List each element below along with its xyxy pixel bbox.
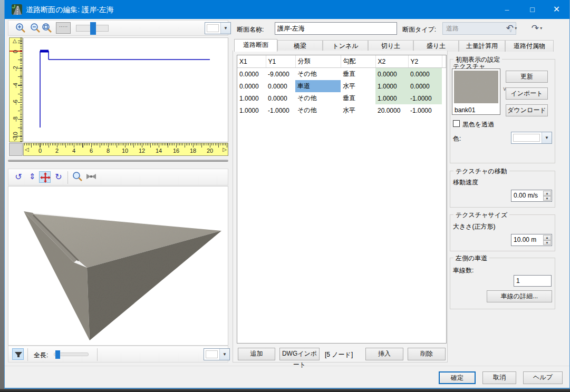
- cell-x1[interactable]: 1.0000: [237, 92, 266, 104]
- spin-down-icon[interactable]: ▼: [543, 240, 551, 246]
- tab-cut[interactable]: 切り土: [368, 40, 413, 52]
- profile-bg-color-combo[interactable]: ▼: [205, 22, 231, 34]
- col-header-x1[interactable]: X1: [237, 55, 266, 68]
- table-row[interactable]: 1.0000 -1.0000 その他 水平 20.0000 -1.0000: [237, 104, 446, 116]
- add-button[interactable]: 追加: [238, 348, 275, 360]
- cell-x2[interactable]: 20.0000: [375, 104, 408, 116]
- table-row[interactable]: 1.0000 0.0000 その他 垂直 1.0000 -1.0000: [237, 92, 446, 104]
- length-slider-track[interactable]: [54, 352, 89, 356]
- minimize-button[interactable]: –: [495, 0, 519, 19]
- zoom-in-button[interactable]: [15, 22, 26, 34]
- col-header-y2[interactable]: Y2: [408, 55, 442, 68]
- maximize-button[interactable]: □: [520, 0, 544, 19]
- tab-earthwork[interactable]: 土量計算用: [459, 40, 505, 52]
- rotate-horizontal-button[interactable]: ↺: [13, 172, 24, 183]
- col-header-y1[interactable]: Y1: [266, 55, 295, 68]
- horizontal-ruler[interactable]: ◁ 0 2 4 6 8 10 12 14 16 18 20 ▷: [23, 143, 228, 156]
- cell-y1[interactable]: -9.0000: [266, 68, 295, 81]
- segment-table[interactable]: X1 Y1 分類 勾配 X2 Y2 0.0000 -9.0000 その他 垂直 …: [237, 55, 447, 344]
- cell-y1[interactable]: 0.0000: [266, 92, 295, 104]
- texture-preview-frame[interactable]: bank01: [452, 68, 500, 115]
- title-bar[interactable]: 道路断面の編集: 護岸-左海 – □ ✕: [5, 0, 569, 19]
- zoom-3d-button[interactable]: [72, 171, 83, 182]
- cell-y2[interactable]: -1.0000: [408, 92, 442, 104]
- cell-slope[interactable]: 垂直: [341, 92, 375, 104]
- scroll-right-arrow-icon[interactable]: ▷: [223, 146, 227, 152]
- cancel-button[interactable]: 取消: [482, 371, 516, 384]
- profile-scale-slider-track[interactable]: [76, 25, 109, 32]
- tab-tunnel[interactable]: トンネル: [323, 40, 368, 52]
- col-header-x2[interactable]: X2: [375, 55, 408, 68]
- undo-button[interactable]: ↶ ▾: [502, 22, 521, 35]
- ruler-corner: [9, 143, 23, 156]
- scroll-down-arrow-icon[interactable]: ▽: [13, 136, 17, 142]
- grid-dots-toggle[interactable]: ·····: [56, 22, 71, 34]
- spin-up-icon[interactable]: ▲: [543, 235, 551, 240]
- profile-2d-view[interactable]: △ 0 -2 -4 -6 -8 -10 ▽ ◁ 0 2 4 6 8 10 12 …: [8, 37, 228, 156]
- transparent-black-checkbox[interactable]: [453, 120, 460, 127]
- tab-road-section[interactable]: 道路断面: [234, 39, 277, 52]
- redo-dropdown-caret-icon[interactable]: ▾: [539, 26, 542, 31]
- update-button[interactable]: 更新: [506, 71, 548, 83]
- cell-y1[interactable]: -1.0000: [266, 104, 295, 116]
- move-speed-spinner[interactable]: 0.00 m/s ▲▼: [511, 190, 552, 202]
- help-button[interactable]: ヘルプ: [523, 371, 563, 384]
- import-button[interactable]: インポート: [506, 87, 548, 100]
- tilt-vertical-button[interactable]: ⇕: [26, 172, 38, 183]
- close-button[interactable]: ✕: [545, 0, 568, 19]
- cell-x1[interactable]: 0.0000: [237, 68, 266, 81]
- pan-button[interactable]: [39, 171, 51, 183]
- cell-x1[interactable]: 0.0000: [237, 80, 266, 92]
- col-header-class[interactable]: 分類: [295, 55, 341, 68]
- length-slider-thumb[interactable]: [55, 350, 60, 359]
- undo-dropdown-caret-icon[interactable]: ▾: [514, 26, 517, 31]
- cell-x1[interactable]: 1.0000: [237, 104, 266, 116]
- redo-button[interactable]: ↷ ▾: [527, 22, 546, 35]
- cell-y1[interactable]: 0.0000: [266, 80, 295, 92]
- scroll-left-arrow-icon[interactable]: ◁: [25, 146, 29, 152]
- color-combo[interactable]: ▼: [511, 132, 552, 144]
- tab-bridge[interactable]: 橋梁: [277, 40, 323, 52]
- cell-class[interactable]: その他: [295, 68, 341, 81]
- cell-y2[interactable]: 0.0000: [408, 80, 442, 92]
- cell-class-selected[interactable]: 車道: [295, 80, 341, 92]
- cell-slope[interactable]: 水平: [341, 80, 375, 92]
- free-rotate-button[interactable]: ↻: [53, 172, 64, 183]
- table-row[interactable]: 0.0000 0.0000 車道 水平 1.0000 0.0000: [237, 80, 446, 92]
- insert-button[interactable]: 挿入: [365, 348, 403, 360]
- view3d-bg-color-combo[interactable]: ▼: [204, 348, 230, 360]
- scroll-up-arrow-icon[interactable]: △: [13, 38, 17, 44]
- funnel-view-button[interactable]: [12, 348, 24, 360]
- dwg-import-button[interactable]: DWGインポート: [279, 348, 320, 360]
- tab-fill[interactable]: 盛り土: [413, 40, 459, 52]
- lane-count-input[interactable]: [514, 275, 552, 287]
- camera-view-button[interactable]: [85, 171, 97, 182]
- table-row[interactable]: 0.0000 -9.0000 その他 垂直 0.0000 0.0000: [237, 68, 446, 81]
- cell-x2[interactable]: 1.0000: [375, 80, 408, 92]
- zoom-extents-button[interactable]: [41, 22, 53, 34]
- cell-class[interactable]: その他: [295, 92, 341, 104]
- zoom-out-button[interactable]: [30, 22, 41, 34]
- lane-details-button[interactable]: 車線の詳細...: [487, 290, 552, 302]
- cell-slope[interactable]: 垂直: [341, 68, 375, 81]
- cell-y2[interactable]: 0.0000: [408, 68, 442, 81]
- spin-down-icon[interactable]: ▼: [543, 196, 551, 201]
- ok-button[interactable]: 確定: [439, 371, 476, 384]
- cell-x2[interactable]: 1.0000: [375, 92, 408, 104]
- profile-scale-slider-thumb[interactable]: [90, 22, 96, 35]
- tab-road-accessories[interactable]: 道路付属物: [505, 40, 554, 52]
- section-name-input[interactable]: [275, 22, 397, 35]
- download-button[interactable]: ダウンロード: [506, 104, 548, 116]
- size-spinner[interactable]: 10.00 m ▲▼: [511, 234, 552, 246]
- vertical-ruler[interactable]: △ 0 -2 -4 -6 -8 -10 ▽: [9, 37, 23, 142]
- cell-x2[interactable]: 0.0000: [375, 68, 408, 81]
- profile-chart-area[interactable]: [23, 37, 228, 142]
- spin-up-icon[interactable]: ▲: [543, 191, 551, 196]
- delete-button[interactable]: 削除: [408, 348, 446, 360]
- cell-slope[interactable]: 水平: [341, 104, 375, 116]
- cell-class[interactable]: その他: [295, 104, 341, 116]
- model-3d-view[interactable]: [8, 186, 228, 346]
- cell-y2[interactable]: -1.0000: [408, 104, 442, 116]
- col-header-slope[interactable]: 勾配: [341, 55, 375, 68]
- horizontal-splitter[interactable]: [8, 160, 228, 162]
